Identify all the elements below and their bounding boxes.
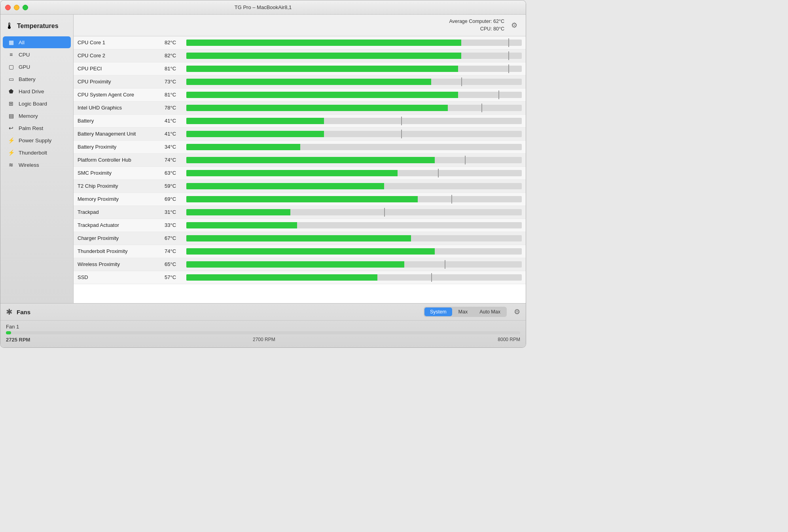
cpu-label: CPU: bbox=[480, 26, 492, 32]
avg-info: Average Computer: 62°C CPU: 80°C bbox=[449, 18, 504, 33]
temp-bar-fill bbox=[186, 222, 297, 228]
memory-icon: ▤ bbox=[8, 113, 15, 119]
temp-value: 74°C bbox=[165, 157, 186, 163]
sidebar-item-palmrest[interactable]: ↩ Palm Rest bbox=[3, 122, 71, 134]
temp-bar-fill bbox=[186, 53, 461, 59]
fan-mode-auto-max[interactable]: Auto Max bbox=[474, 308, 506, 316]
temp-name: Battery Proximity bbox=[78, 144, 165, 150]
temp-bar-marker bbox=[508, 38, 509, 47]
temp-row: Trackpad Actuator 33°C bbox=[74, 219, 526, 232]
temp-name: Intel UHD Graphics bbox=[78, 105, 165, 111]
temp-bar-marker bbox=[465, 156, 466, 164]
gpu-icon: ▢ bbox=[8, 64, 15, 70]
powersupply-icon: ⚡ bbox=[8, 137, 15, 143]
temp-value: 81°C bbox=[165, 66, 186, 72]
fans-icon: ✱ bbox=[6, 307, 13, 317]
temp-row: Trackpad 31°C bbox=[74, 206, 526, 219]
temp-bar-container bbox=[186, 196, 522, 202]
sidebar-item-harddrive[interactable]: ⬟ Hard Drive bbox=[3, 85, 71, 97]
header-gear-button[interactable]: ⚙ bbox=[508, 19, 520, 31]
sidebar-item-wireless[interactable]: ≋ Wireless bbox=[3, 159, 71, 171]
temp-bar-container bbox=[186, 274, 522, 281]
temp-value: 41°C bbox=[165, 118, 186, 124]
temp-value: 34°C bbox=[165, 144, 186, 150]
temp-row: Intel UHD Graphics 78°C bbox=[74, 102, 526, 115]
fan1-label: Fan 1 bbox=[6, 324, 520, 330]
sidebar-label-battery: Battery bbox=[19, 76, 36, 82]
traffic-lights bbox=[5, 5, 28, 10]
temp-table: CPU Core 1 82°C CPU Core 2 82°C CPU PECI… bbox=[74, 36, 526, 304]
temp-name: T2 Chip Proximity bbox=[78, 183, 165, 189]
fans-header: ✱ Fans SystemMaxAuto Max ⚙ bbox=[0, 304, 526, 321]
temp-value: 81°C bbox=[165, 92, 186, 98]
temp-bar-container bbox=[186, 144, 522, 150]
temp-bar-marker bbox=[481, 104, 482, 112]
sidebar-item-gpu[interactable]: ▢ GPU bbox=[3, 61, 71, 73]
close-button[interactable] bbox=[5, 5, 11, 10]
sidebar-label-palmrest: Palm Rest bbox=[19, 125, 43, 131]
app-body: 🌡 Temperatures ▦ All ≡ CPU ▢ GPU ▭ Batte… bbox=[0, 15, 526, 347]
temp-bar-fill bbox=[186, 66, 458, 72]
avg-label: Average Computer: bbox=[449, 19, 492, 24]
cpu-value: 80°C bbox=[493, 26, 504, 32]
fan1-bar bbox=[6, 331, 520, 334]
temp-bar-container bbox=[186, 92, 522, 98]
temp-bar-fill bbox=[186, 248, 435, 255]
fan1-row: Fan 1 2725 RPM 2700 RPM 8000 RPM bbox=[0, 321, 526, 347]
temp-bar-marker bbox=[498, 91, 499, 99]
temp-bar-fill bbox=[186, 105, 448, 111]
avg-value: 62°C bbox=[493, 19, 504, 24]
sidebar-label-thunderbolt: Thunderbolt bbox=[19, 150, 47, 156]
temp-bar-fill bbox=[186, 144, 300, 150]
fan-mode-system[interactable]: System bbox=[424, 308, 452, 316]
fan-mode-max[interactable]: Max bbox=[453, 308, 474, 316]
temp-value: 82°C bbox=[165, 40, 186, 45]
temp-bar-marker bbox=[461, 77, 462, 86]
sidebar-label-gpu: GPU bbox=[19, 64, 30, 70]
temp-value: 65°C bbox=[165, 261, 186, 267]
fan-mode-buttons: SystemMaxAuto Max bbox=[424, 307, 507, 317]
sidebar-item-powersupply[interactable]: ⚡ Power Supply bbox=[3, 134, 71, 146]
maximize-button[interactable] bbox=[23, 5, 28, 10]
fans-gear-button[interactable]: ⚙ bbox=[514, 308, 520, 316]
temp-name: Thunderbolt Proximity bbox=[78, 248, 165, 254]
temp-row: Battery Management Unit 41°C bbox=[74, 128, 526, 141]
temp-name: Battery Management Unit bbox=[78, 131, 165, 137]
temp-bar-container bbox=[186, 170, 522, 176]
palmrest-icon: ↩ bbox=[8, 125, 15, 131]
fan1-bar-fill bbox=[6, 331, 11, 334]
sidebar-item-cpu[interactable]: ≡ CPU bbox=[3, 49, 71, 60]
sidebar-item-logicboard[interactable]: ⊞ Logic Board bbox=[3, 98, 71, 109]
sidebar-label-logicboard: Logic Board bbox=[19, 101, 47, 107]
temp-bar-marker bbox=[445, 260, 445, 269]
temp-bar-fill bbox=[186, 118, 324, 124]
sidebar-item-thunderbolt[interactable]: ⚡ Thunderbolt bbox=[3, 147, 71, 158]
temp-name: Memory Proximity bbox=[78, 196, 165, 202]
temp-bar-marker bbox=[401, 117, 402, 125]
sidebar-item-memory[interactable]: ▤ Memory bbox=[3, 110, 71, 122]
temp-bar-container bbox=[186, 105, 522, 111]
temp-row: Battery Proximity 34°C bbox=[74, 141, 526, 154]
temp-bar-container bbox=[186, 40, 522, 46]
sidebar-label-memory: Memory bbox=[19, 113, 38, 119]
logicboard-icon: ⊞ bbox=[8, 100, 15, 107]
temp-value: 73°C bbox=[165, 79, 186, 85]
minimize-button[interactable] bbox=[14, 5, 19, 10]
temp-row: Thunderbolt Proximity 74°C bbox=[74, 245, 526, 258]
temp-name: Battery bbox=[78, 118, 165, 124]
battery-icon: ▭ bbox=[8, 76, 15, 82]
sidebar-item-battery[interactable]: ▭ Battery bbox=[3, 73, 71, 85]
temp-bar-container bbox=[186, 131, 522, 137]
temp-row: Battery 41°C bbox=[74, 115, 526, 128]
sidebar-item-all[interactable]: ▦ All bbox=[3, 36, 71, 48]
temp-value: 67°C bbox=[165, 235, 186, 241]
sidebar-label-cpu: CPU bbox=[19, 52, 30, 58]
temp-value: 57°C bbox=[165, 274, 186, 280]
temp-row: Wireless Proximity 65°C bbox=[74, 258, 526, 271]
temp-name: SSD bbox=[78, 274, 165, 280]
cpu-icon: ≡ bbox=[8, 51, 15, 58]
temp-bar-fill bbox=[186, 274, 377, 281]
sidebar-label-all: All bbox=[19, 40, 25, 45]
temp-bar-container bbox=[186, 66, 522, 72]
harddrive-icon: ⬟ bbox=[8, 88, 15, 94]
